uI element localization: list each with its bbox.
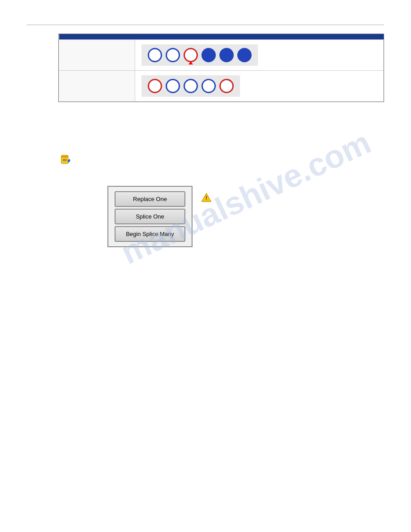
warning-icon: ! bbox=[201, 193, 211, 202]
table-header-col1 bbox=[59, 34, 135, 40]
table-row-1 bbox=[59, 40, 384, 71]
svg-text:!: ! bbox=[206, 195, 207, 202]
begin-splice-many-button[interactable]: Begin Splice Many bbox=[115, 226, 185, 242]
circle-5 bbox=[219, 48, 234, 62]
table-cell-content-1 bbox=[135, 40, 384, 71]
circle-2 bbox=[166, 48, 180, 62]
circle-6 bbox=[237, 48, 252, 62]
circle-r4 bbox=[201, 79, 216, 93]
note-icon bbox=[60, 154, 70, 164]
table-header-col2 bbox=[135, 34, 384, 40]
svg-rect-1 bbox=[61, 155, 68, 158]
circle-r2 bbox=[166, 79, 180, 93]
action-button-panel: Replace One Splice One Begin Splice Many bbox=[107, 186, 193, 247]
circle-r3 bbox=[184, 79, 198, 93]
circle-r5 bbox=[219, 79, 234, 93]
circle-3-cursor bbox=[184, 48, 198, 62]
replace-one-button[interactable]: Replace One bbox=[115, 191, 185, 207]
table-cell-content-2 bbox=[135, 71, 384, 102]
info-table bbox=[58, 34, 384, 102]
top-divider bbox=[27, 25, 384, 25]
table-row-2 bbox=[59, 71, 384, 102]
circles-row-1 bbox=[141, 44, 258, 66]
circle-1 bbox=[148, 48, 162, 62]
circle-4 bbox=[201, 48, 216, 62]
circles-row-2 bbox=[141, 75, 240, 97]
table-cell-label-2 bbox=[59, 71, 135, 102]
circle-r1 bbox=[148, 79, 162, 93]
splice-one-button[interactable]: Splice One bbox=[115, 209, 185, 224]
table-cell-label-1 bbox=[59, 40, 135, 71]
